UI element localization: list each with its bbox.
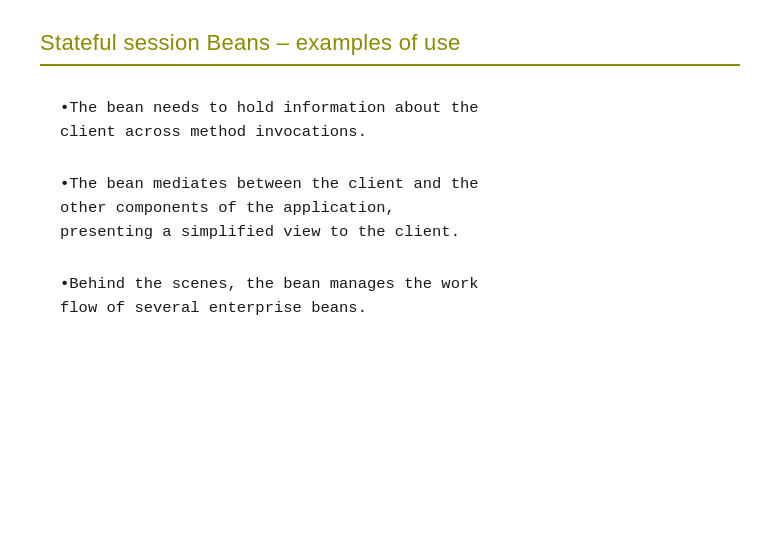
bullet-dot-3: • [60, 275, 69, 293]
content-area: •The bean needs to hold information abou… [40, 96, 740, 320]
bullet-content-2: The bean mediates between the client and… [60, 175, 479, 241]
bullet-text-2: •The bean mediates between the client an… [60, 172, 720, 244]
slide: Stateful session Beans – examples of use… [0, 0, 780, 540]
bullet-text-1: •The bean needs to hold information abou… [60, 96, 720, 144]
title-container: Stateful session Beans – examples of use [40, 30, 740, 66]
bullet-item-2: •The bean mediates between the client an… [60, 172, 720, 244]
bullet-item-3: •Behind the scenes, the bean manages the… [60, 272, 720, 320]
bullet-dot-1: • [60, 99, 69, 117]
bullet-item-1: •The bean needs to hold information abou… [60, 96, 720, 144]
bullet-content-3: Behind the scenes, the bean manages the … [60, 275, 479, 317]
bullet-content-1: The bean needs to hold information about… [60, 99, 479, 141]
bullet-text-3: •Behind the scenes, the bean manages the… [60, 272, 720, 320]
slide-title: Stateful session Beans – examples of use [40, 30, 740, 56]
bullet-dot-2: • [60, 175, 69, 193]
